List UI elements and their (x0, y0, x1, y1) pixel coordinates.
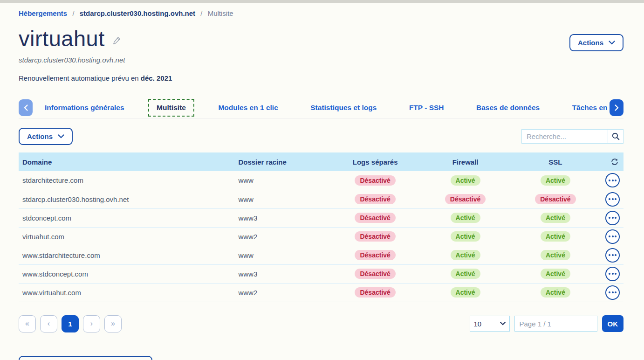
search-button[interactable] (608, 129, 623, 144)
page-title: virtuahut (19, 27, 122, 51)
tab-ftp-ssh[interactable]: FTP - SSH (401, 99, 452, 117)
table-body: stdarchitecture.comwwwDésactivéActivéAct… (19, 171, 623, 302)
ssl-status-badge: Désactivé (535, 194, 575, 204)
chevron-down-icon (58, 134, 64, 138)
tab-bases-de-donnees[interactable]: Bases de données (468, 99, 548, 117)
refresh-button[interactable] (610, 157, 620, 167)
firewall-status-badge: Activé (451, 175, 480, 186)
logs-status-badge: Désactivé (355, 250, 395, 260)
refresh-icon (610, 158, 619, 166)
first-page-button[interactable]: « (19, 315, 36, 332)
tab-list: Informations généralesMultisiteModules e… (36, 99, 610, 117)
ellipsis-dot (609, 180, 610, 181)
current-page-button[interactable]: 1 (62, 315, 79, 332)
tab-taches-en-cours[interactable]: Tâches en cours (564, 99, 610, 117)
breadcrumb-service-link[interactable]: stdarcp.cluster030.hosting.ovh.net (80, 9, 195, 17)
ellipsis-dot (609, 198, 610, 200)
ellipsis-dot (615, 217, 617, 219)
previous-page-button[interactable]: ‹ (40, 315, 57, 332)
domain-cell: stdarcp.cluster030.hosting.ovh.net (19, 190, 234, 208)
next-page-button[interactable]: › (83, 315, 100, 332)
column-header-domaine: Domaine (19, 152, 234, 171)
search-group (521, 129, 623, 144)
breadcrumb-separator: / (200, 9, 202, 17)
pagination-ok-button[interactable]: OK (602, 315, 624, 332)
logs-cell: Désactivé (330, 283, 420, 302)
firewall-cell: Activé (420, 283, 510, 302)
ssl-status-badge: Activé (541, 250, 570, 260)
renewal-info: Renouvellement automatique prévu en déc.… (19, 74, 623, 82)
tabs-scroll-left-button[interactable] (19, 99, 33, 116)
logs-status-badge: Désactivé (355, 231, 395, 242)
ellipsis-dot (612, 198, 614, 200)
page-title-text: virtuahut (19, 27, 105, 51)
row-actions-cell (601, 264, 623, 283)
page-info-input[interactable] (514, 316, 597, 332)
tabs-scroll-right-button[interactable] (610, 99, 623, 116)
breadcrumb: Hébergements / stdarcp.cluster030.hostin… (19, 3, 623, 17)
row-actions-button[interactable] (605, 248, 620, 263)
pagination-bar: « ‹ 1 › » 10 OK (19, 315, 623, 332)
breadcrumb-separator: / (72, 9, 74, 17)
breadcrumb-current: Multisite (208, 9, 233, 17)
chevron-right-icon (615, 104, 619, 111)
row-actions-button[interactable] (605, 229, 620, 244)
breadcrumb-hebergements-link[interactable]: Hébergements (19, 9, 67, 17)
ssl-status-badge: Activé (541, 287, 570, 298)
table-row: stdconcept.comwww3DésactivéActivéActivé (19, 208, 623, 227)
table-row: stdarcp.cluster030.hosting.ovh.netwwwDés… (19, 190, 623, 208)
column-header-firewall: Firewall (420, 152, 510, 171)
ellipsis-dot (612, 273, 614, 275)
ellipsis-dot (612, 217, 614, 219)
ssl-cell: Désactivé (510, 190, 600, 208)
tab-modules-en-1-clic[interactable]: Modules en 1 clic (210, 99, 286, 117)
row-actions-cell (601, 208, 623, 227)
ssl-status-badge: Activé (541, 213, 570, 223)
firewall-cell: Activé (420, 171, 510, 190)
row-actions-button[interactable] (605, 211, 620, 225)
chevron-down-icon (609, 41, 615, 45)
add-domain-button-partial[interactable] (19, 356, 152, 360)
ssl-cell: Activé (510, 246, 600, 264)
logs-cell: Désactivé (330, 208, 420, 227)
firewall-status-badge: Désactivé (445, 194, 486, 204)
table-actions-button[interactable]: Actions (19, 128, 73, 145)
row-actions-button[interactable] (605, 192, 620, 207)
page-size-select[interactable]: 10 (470, 316, 510, 332)
domain-cell: www.stdarchitecture.com (19, 246, 234, 264)
tab-multisite[interactable]: Multisite (148, 99, 194, 117)
ellipsis-dot (612, 291, 614, 293)
root-folder-cell: www (234, 190, 330, 208)
row-actions-button[interactable] (605, 173, 620, 187)
firewall-cell: Activé (420, 264, 510, 283)
ellipsis-dot (615, 198, 617, 200)
hosting-multisite-page: Hébergements / stdarcp.cluster030.hostin… (0, 3, 644, 332)
tab-informations-generales[interactable]: Informations générales (36, 99, 133, 117)
ellipsis-dot (609, 235, 610, 237)
header-actions-button[interactable]: Actions (569, 34, 623, 51)
last-page-button[interactable]: » (104, 315, 122, 332)
root-folder-cell: www3 (234, 264, 330, 283)
row-actions-button[interactable] (605, 267, 620, 281)
domain-cell: stdarchitecture.com (19, 171, 234, 190)
table-row: stdarchitecture.comwwwDésactivéActivéAct… (19, 171, 623, 190)
table-actions-label: Actions (27, 132, 53, 140)
firewall-cell: Activé (420, 246, 510, 264)
tab-list-inner: Informations généralesMultisiteModules e… (36, 99, 610, 117)
ssl-cell: Activé (510, 208, 600, 227)
tab-statistiques-et-logs[interactable]: Statistiques et logs (302, 99, 385, 117)
row-actions-button[interactable] (605, 285, 620, 300)
search-input[interactable] (521, 129, 608, 144)
table-row: www.virtuahut.comwww2DésactivéActivéActi… (19, 283, 623, 302)
ellipsis-dot (609, 291, 610, 293)
logs-status-badge: Désactivé (355, 194, 395, 204)
edit-title-pencil-icon[interactable] (112, 35, 122, 45)
chevron-left-icon (24, 104, 28, 111)
logs-status-badge: Désactivé (355, 287, 395, 298)
root-folder-cell: www (234, 246, 330, 264)
logs-cell: Désactivé (330, 190, 420, 208)
logs-status-badge: Désactivé (355, 175, 395, 186)
domain-cell: virtuahut.com (19, 227, 234, 246)
service-hostname: stdarcp.cluster030.hosting.ovh.net (19, 56, 623, 64)
firewall-status-badge: Activé (451, 213, 480, 223)
